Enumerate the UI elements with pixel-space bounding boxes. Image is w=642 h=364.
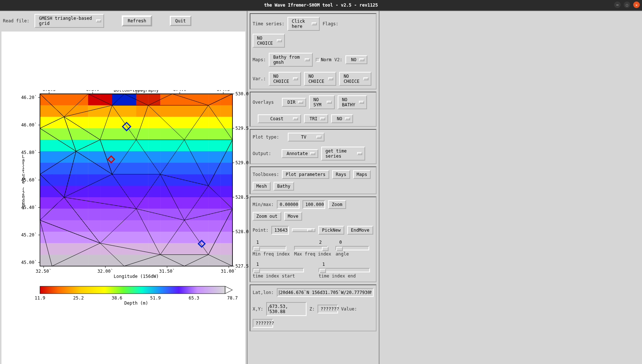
get-time-series-select[interactable]: get time series — [321, 147, 365, 161]
min-freq-slider[interactable] — [253, 246, 286, 250]
plot-type-select[interactable]: TV — [288, 133, 324, 141]
svg-rect-111 — [220, 163, 232, 174]
toolbox-plot-parameters-button[interactable]: Plot parameters — [282, 170, 329, 179]
svg-rect-235 — [172, 255, 184, 266]
norm-checkbox[interactable]: Norm — [316, 57, 331, 62]
svg-rect-212 — [88, 243, 100, 255]
zoom-out-button[interactable]: Zoom out — [253, 212, 281, 221]
toolbox-rays-button[interactable]: Rays — [332, 170, 350, 179]
svg-rect-234 — [160, 255, 172, 266]
svg-rect-92 — [184, 151, 197, 163]
svg-rect-201 — [148, 232, 160, 243]
svg-rect-87 — [124, 151, 136, 163]
time-start-slider[interactable] — [253, 268, 304, 272]
svg-rect-97 — [52, 163, 64, 174]
svg-text:673.0: 673.0 — [86, 90, 99, 92]
var2-select[interactable]: NO CHOICE — [304, 72, 336, 86]
read-file-select[interactable]: GMESH triangle-based grid — [34, 14, 104, 28]
var3-select[interactable]: NO CHOICE — [339, 72, 371, 86]
overlay-sym-select[interactable]: NO SYM — [309, 95, 335, 109]
maximize-icon[interactable]: ▢ — [624, 1, 630, 8]
quit-button[interactable]: Quit — [170, 16, 191, 26]
svg-rect-210 — [64, 243, 76, 255]
svg-rect-223 — [220, 243, 232, 255]
refresh-button[interactable]: Refresh — [122, 15, 152, 26]
time-series-select[interactable]: Click here — [287, 17, 320, 31]
svg-rect-11 — [172, 94, 184, 106]
angle-slider[interactable] — [335, 246, 369, 250]
overlay-dir-select[interactable]: DIR — [282, 98, 306, 107]
svg-rect-161 — [52, 209, 64, 220]
z-input[interactable]: ??????? — [318, 305, 338, 313]
panel-overlays: Overlays DIR NO SYM NO BATHY Coast TRI N… — [250, 92, 377, 127]
svg-rect-200 — [136, 232, 148, 243]
point-input[interactable]: 13643 — [271, 226, 289, 235]
maps-select[interactable]: Bathy from gmsh — [269, 53, 313, 67]
min-input[interactable]: 0.00000 — [277, 200, 300, 209]
svg-rect-122 — [160, 174, 172, 186]
overlay-bathy-select[interactable]: NO BATHY — [338, 95, 367, 109]
minimize-icon[interactable]: — — [614, 1, 621, 8]
point-blank-select[interactable] — [292, 228, 315, 232]
svg-rect-46 — [208, 117, 220, 129]
svg-rect-157 — [197, 197, 209, 209]
overlay-tri-select[interactable]: TRI — [304, 114, 328, 123]
svg-text:25.2: 25.2 — [73, 295, 84, 301]
svg-rect-184 — [136, 220, 148, 232]
svg-rect-1 — [52, 94, 64, 106]
move-button[interactable]: Move — [284, 212, 302, 221]
svg-text:Longitude (156dW): Longitude (156dW) — [114, 274, 159, 279]
svg-rect-152 — [136, 197, 148, 209]
svg-text:31.50`: 31.50` — [159, 269, 175, 274]
max-freq-value: 2 — [319, 240, 322, 245]
latlon-input[interactable]: 20d46.676`N 156d31.705`W/20.777930N 156.… — [277, 288, 374, 297]
svg-rect-189 — [197, 220, 209, 232]
endmove-button[interactable]: EndMove — [347, 226, 373, 235]
close-icon[interactable]: ✕ — [633, 1, 640, 8]
max-freq-slider[interactable] — [294, 246, 328, 250]
overlay-no-select[interactable]: NO — [331, 114, 353, 123]
svg-rect-165 — [100, 209, 112, 220]
max-input[interactable]: 100.000 — [302, 200, 325, 209]
svg-rect-196 — [88, 232, 100, 243]
svg-rect-175 — [220, 209, 232, 220]
time-end-slider[interactable] — [319, 268, 370, 272]
v2-label: V2: — [334, 57, 342, 62]
xy-input[interactable]: 673.53, 530.88 — [266, 302, 307, 316]
toolbox-mesh-button[interactable]: Mesh — [253, 182, 271, 191]
dropdown-knob-icon — [359, 58, 364, 61]
svg-rect-186 — [160, 220, 172, 232]
svg-rect-100 — [88, 163, 100, 174]
svg-text:45.00`: 45.00` — [21, 260, 37, 265]
read-file-value: GMESH triangle-based grid — [39, 16, 95, 26]
svg-rect-51 — [76, 128, 88, 140]
svg-rect-195 — [76, 232, 88, 243]
svg-rect-58 — [160, 128, 172, 140]
var1-select[interactable]: NO CHOICE — [269, 72, 301, 86]
svg-rect-158 — [208, 197, 220, 209]
overlay-coast-select[interactable]: Coast — [258, 114, 301, 123]
svg-rect-236 — [184, 255, 197, 266]
svg-rect-120 — [136, 174, 148, 186]
svg-text:673.5: 673.5 — [129, 90, 143, 92]
toolbox-bathy-button[interactable]: Bathy — [274, 182, 294, 191]
svg-rect-19 — [76, 105, 88, 117]
svg-text:45.20`: 45.20` — [21, 232, 37, 238]
svg-rect-203 — [172, 232, 184, 243]
svg-rect-228 — [88, 255, 100, 266]
value-input[interactable]: ??????? — [253, 319, 273, 328]
flags-select[interactable]: NO CHOICE — [253, 34, 285, 48]
svg-rect-113 — [52, 174, 64, 186]
svg-rect-185 — [148, 220, 160, 232]
svg-rect-190 — [208, 220, 220, 232]
picknew-button[interactable]: PickNew — [318, 226, 344, 235]
svg-rect-95 — [220, 151, 232, 163]
dropdown-knob-icon — [293, 77, 298, 80]
zoom-button[interactable]: Zoom — [328, 200, 346, 209]
toolbox-maps-button[interactable]: Maps — [353, 170, 371, 179]
svg-rect-156 — [184, 197, 197, 209]
annotate-select[interactable]: Annotate — [282, 149, 318, 158]
v2-select[interactable]: NO — [345, 55, 367, 64]
right-column: Time series: Click here Flags: NO CHOICE… — [247, 11, 379, 364]
svg-rect-116 — [88, 174, 100, 186]
